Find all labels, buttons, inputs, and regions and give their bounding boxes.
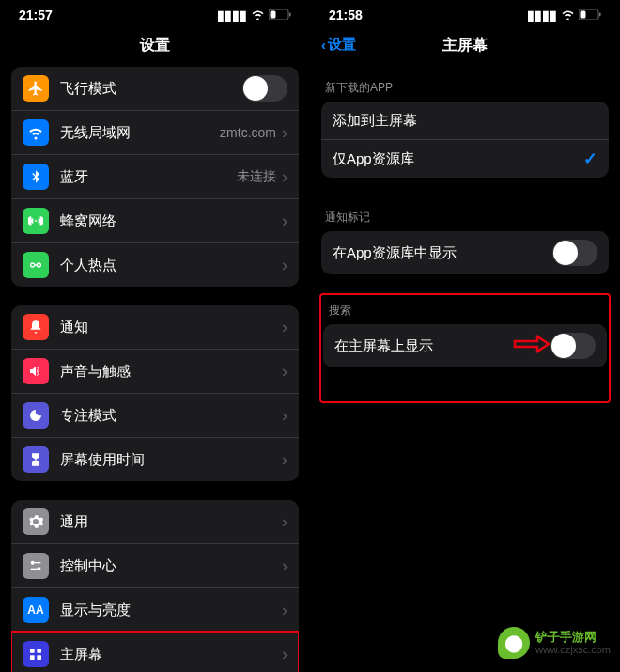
svg-rect-7 (35, 562, 41, 563)
svg-rect-2 (271, 11, 276, 19)
signal-icon: ▮▮▮▮ (527, 8, 557, 23)
speaker-icon (23, 358, 49, 384)
chevron-right-icon: › (282, 601, 287, 620)
settings-row[interactable]: 个人热点› (11, 242, 299, 287)
signal-icon: ▮▮▮▮ (217, 8, 247, 23)
svg-rect-11 (37, 649, 41, 653)
AA-icon: AA (23, 597, 49, 623)
settings-row[interactable]: 无线局域网zmtc.com› (11, 110, 299, 154)
wifi-icon (561, 8, 575, 23)
toggle-airplane[interactable] (242, 75, 287, 102)
settings-row[interactable]: 屏幕使用时间› (11, 437, 299, 481)
chevron-right-icon: › (282, 450, 287, 470)
toggle-show-on-home[interactable] (550, 333, 596, 359)
row-label: 仅App资源库 (333, 150, 583, 168)
bluetooth-icon (23, 164, 49, 190)
svg-rect-12 (30, 655, 35, 660)
settings-group-new-apps: 添加到主屏幕 仅App资源库 ✓ (321, 102, 609, 178)
row-add-to-home[interactable]: 添加到主屏幕 (321, 102, 609, 139)
hotspot-icon (23, 252, 49, 278)
settings-group-badges: 在App资源库中显示 (321, 231, 609, 274)
checkmark-icon: ✓ (583, 148, 597, 169)
row-value: 未连接 (237, 168, 276, 185)
row-label: 通用 (60, 513, 282, 531)
svg-rect-21 (599, 13, 601, 17)
settings-row[interactable]: AA显示与亮度› (11, 587, 299, 632)
highlighted-section: 搜索 在主屏幕上显示 (319, 293, 611, 403)
svg-point-4 (31, 263, 35, 267)
red-arrow-icon (513, 335, 550, 357)
gear-icon (23, 508, 49, 535)
svg-rect-13 (37, 655, 41, 660)
back-button[interactable]: ‹ 设置 (321, 36, 356, 54)
airplane-icon (23, 75, 49, 102)
row-label: 屏幕使用时间 (60, 451, 282, 469)
watermark-url: www.czjxsc.com (535, 644, 611, 656)
settings-row[interactable]: 通用› (11, 500, 299, 543)
grid-icon (23, 641, 49, 667)
chevron-right-icon: › (282, 211, 287, 231)
settings-group-search: 在主屏幕上显示 (323, 324, 607, 367)
row-label: 控制中心 (60, 557, 282, 575)
settings-row[interactable]: 声音与触感› (11, 349, 299, 393)
back-label: 设置 (328, 36, 356, 54)
wifi-icon (251, 8, 265, 23)
section-header: 搜索 (323, 297, 607, 324)
row-label: 在App资源库中显示 (333, 244, 552, 262)
chevron-right-icon: › (282, 318, 287, 337)
page-title: 设置 (0, 26, 310, 67)
toggle-show-in-app-library[interactable] (552, 240, 597, 266)
chevron-right-icon: › (282, 406, 287, 426)
moon-icon (23, 402, 49, 429)
switches-icon (23, 553, 49, 579)
status-time: 21:57 (19, 8, 53, 23)
battery-icon (269, 8, 291, 23)
settings-row[interactable]: 专注模式› (11, 393, 299, 437)
status-bar: 21:57 ▮▮▮▮ (0, 0, 310, 26)
chevron-right-icon: › (282, 556, 287, 576)
row-label: 无线局域网 (60, 124, 220, 142)
svg-rect-10 (30, 649, 35, 653)
settings-row[interactable]: 通知› (11, 305, 299, 349)
status-icons: ▮▮▮▮ (527, 8, 601, 23)
chevron-left-icon: ‹ (321, 37, 326, 53)
section-header: 新下载的APP (310, 67, 620, 102)
settings-group: 通用›控制中心›AA显示与亮度›主屏幕›辅助功能›墙纸›Siri与搜索› (11, 500, 299, 672)
row-label: 声音与触感 (60, 363, 282, 381)
status-time: 21:58 (329, 8, 363, 23)
settings-row[interactable]: 蓝牙未连接› (11, 154, 299, 198)
svg-point-3 (35, 220, 37, 222)
chevron-right-icon: › (282, 645, 287, 664)
row-label: 飞行模式 (60, 80, 242, 98)
settings-row[interactable]: 飞行模式 (11, 67, 299, 110)
row-label: 添加到主屏幕 (333, 112, 597, 130)
settings-row[interactable]: 主屏幕› (11, 632, 299, 672)
row-label: 显示与亮度 (60, 602, 282, 619)
row-label: 个人热点 (60, 257, 282, 274)
section-header: 通知标记 (310, 196, 620, 231)
page-title: ‹ 设置 主屏幕 (310, 26, 620, 67)
row-show-in-app-library: 在App资源库中显示 (321, 231, 609, 274)
settings-row[interactable]: 蜂窝网络› (11, 198, 299, 242)
bell-icon (23, 314, 49, 340)
row-label: 主屏幕 (60, 646, 282, 664)
row-label: 专注模式 (60, 407, 282, 425)
svg-point-5 (37, 263, 40, 267)
settings-row[interactable]: 控制中心› (11, 543, 299, 587)
cellular-icon (23, 208, 49, 234)
row-label: 蜂窝网络 (60, 212, 282, 230)
row-label: 通知 (60, 319, 282, 336)
row-show-on-home: 在主屏幕上显示 (323, 324, 607, 367)
hourglass-icon (23, 446, 49, 473)
chevron-right-icon: › (282, 256, 287, 275)
row-label: 蓝牙 (60, 168, 237, 186)
watermark-name: 铲子手游网 (535, 630, 611, 645)
chevron-right-icon: › (282, 362, 287, 382)
row-app-library-only[interactable]: 仅App资源库 ✓ (321, 139, 609, 178)
watermark: ⬤ 铲子手游网 www.czjxsc.com (498, 627, 611, 659)
svg-rect-9 (31, 569, 38, 570)
wifi-icon (23, 119, 49, 146)
chevron-right-icon: › (282, 512, 287, 532)
battery-icon (579, 8, 601, 23)
settings-group: 飞行模式无线局域网zmtc.com›蓝牙未连接›蜂窝网络›个人热点› (11, 67, 299, 287)
